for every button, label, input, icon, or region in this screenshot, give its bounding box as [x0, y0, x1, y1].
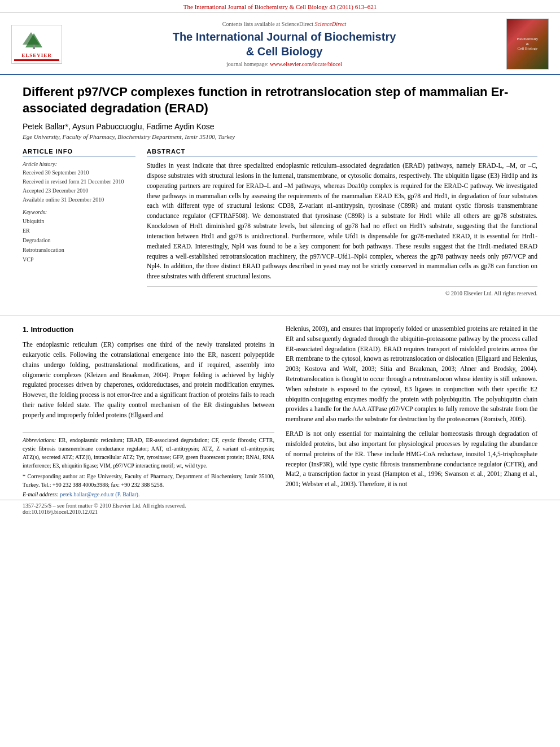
body-content: 1. Introduction The endoplasmic reticulu…	[0, 324, 560, 500]
footnote-section: Abbreviations: ER, endoplasmic reticulum…	[23, 432, 274, 499]
issn-line: 1357-2725/$ – see front matter © 2010 El…	[23, 503, 537, 509]
elsevier-text: ELSEVIER	[14, 53, 59, 58]
body-col-left: 1. Introduction The endoplasmic reticulu…	[23, 324, 274, 500]
bottom-footer: 1357-2725/$ – see front matter © 2010 El…	[0, 500, 560, 517]
journal-thumbnail: Biochemistry&Cell Biology	[506, 19, 549, 69]
homepage-url[interactable]: www.elsevier.com/locate/biocel	[270, 61, 342, 67]
affiliation: Ege University, Faculty of Pharmacy, Bio…	[23, 133, 537, 140]
journal-title: The International Journal of Biochemistr…	[73, 29, 495, 59]
available-date: Available online 31 December 2010	[23, 195, 135, 204]
intro-para-1: The endoplasmic reticulum (ER) comprises…	[23, 340, 274, 421]
keyword-5: VCP	[23, 255, 135, 264]
abbreviations-line: Abbreviations: ER, endoplasmic reticulum…	[23, 436, 274, 470]
article-info-heading: ARTICLE INFO	[23, 148, 135, 156]
intro-para-3: ERAD is not only essential for maintaini…	[286, 429, 537, 490]
main-content: Different p97/VCP complexes function in …	[0, 75, 560, 308]
elsevier-logo-svg: ELSEVIER	[14, 28, 59, 50]
body-col-right: Helenius, 2003), and ensures that improp…	[286, 324, 537, 500]
keywords-label: Keywords:	[23, 209, 135, 215]
journal-citation-text: The International Journal of Biochemistr…	[183, 3, 377, 10]
section-divider	[0, 316, 560, 316]
svg-rect-3	[33, 45, 35, 49]
article-info-col: ARTICLE INFO Article history: Received 3…	[23, 148, 135, 296]
article-dates: Received 30 September 2010 Received in r…	[23, 168, 135, 204]
corresponding-line: * Corresponding author at: Ege Universit…	[23, 472, 274, 489]
abstract-text: Studies in yeast indicate that three spe…	[147, 161, 537, 282]
email-text[interactable]: petek.ballar@ege.edu.tr (P. Ballar).	[60, 491, 139, 497]
keywords-list: Ubiquitin ER Degradation Retrotranslocat…	[23, 216, 135, 264]
corresponding-label: * Corresponding author at:	[23, 473, 85, 479]
article-body-header: ARTICLE INFO Article history: Received 3…	[23, 148, 537, 296]
section-1-heading: 1. Introduction	[23, 324, 274, 335]
email-label: E-mail address:	[23, 491, 59, 497]
journal-center: Contents lists available at ScienceDirec…	[73, 21, 495, 67]
copyright-line: © 2010 Elsevier Ltd. All rights reserved…	[147, 286, 537, 296]
sciencedirect-line: Contents lists available at ScienceDirec…	[73, 21, 495, 27]
thumb-text: Biochemistry&Cell Biology	[516, 36, 540, 52]
abstract-col: ABSTRACT Studies in yeast indicate that …	[147, 148, 537, 296]
keyword-4: Retrotranslocation	[23, 245, 135, 255]
journal-citation-header: The International Journal of Biochemistr…	[0, 0, 560, 13]
keyword-1: Ubiquitin	[23, 216, 135, 226]
accepted-date: Accepted 23 December 2010	[23, 186, 135, 195]
keyword-2: ER	[23, 226, 135, 235]
authors: Petek Ballar*, Aysun Pabuccuoglu, Fadime…	[23, 122, 537, 131]
email-line: E-mail address: petek.ballar@ege.edu.tr …	[23, 490, 274, 499]
abbreviations-label: Abbreviations:	[23, 437, 56, 443]
intro-para-2: Helenius, 2003), and ensures that improp…	[286, 324, 537, 425]
journal-header: ELSEVIER ELSEVIER Contents lists availab…	[0, 13, 560, 75]
elsevier-bar	[14, 59, 59, 61]
article-title: Different p97/VCP complexes function in …	[23, 84, 537, 116]
journal-homepage: journal homepage: www.elsevier.com/locat…	[73, 61, 495, 67]
abbreviations-text: ER, endoplasmic reticulum; ERAD, ER-asso…	[23, 437, 274, 469]
received-revised: Received in revised form 21 December 201…	[23, 177, 135, 186]
history-label: Article history:	[23, 161, 135, 167]
abstract-heading: ABSTRACT	[147, 148, 537, 156]
doi-line: doi:10.1016/j.biocel.2010.12.021	[23, 509, 537, 515]
keyword-3: Degradation	[23, 235, 135, 245]
sciencedirect-link[interactable]: ScienceDirect	[314, 21, 346, 27]
received-date: Received 30 September 2010	[23, 168, 135, 177]
elsevier-logo: ELSEVIER ELSEVIER	[11, 25, 62, 64]
